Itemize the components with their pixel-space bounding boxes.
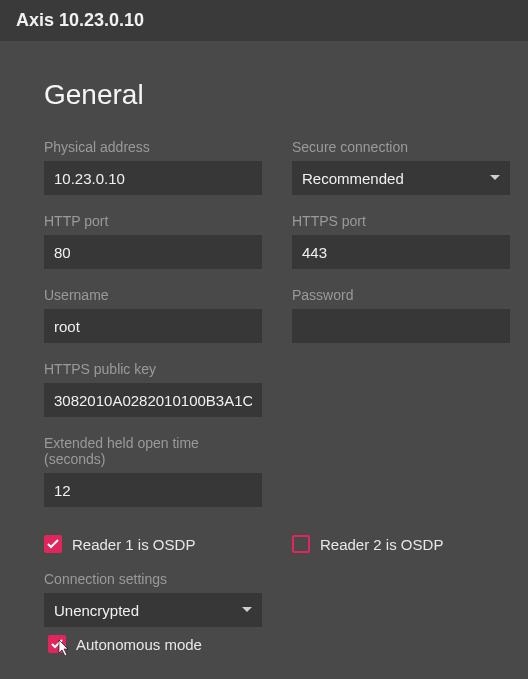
input-physical-address[interactable] bbox=[44, 161, 262, 195]
field-https-port: HTTPS port bbox=[292, 213, 510, 269]
checkbox-box-reader1 bbox=[44, 535, 62, 553]
label-https-port: HTTPS port bbox=[292, 213, 510, 229]
window-title: Axis 10.23.0.10 bbox=[16, 10, 144, 30]
input-http-port[interactable] bbox=[44, 235, 262, 269]
input-password[interactable] bbox=[292, 309, 510, 343]
input-username[interactable] bbox=[44, 309, 262, 343]
chevron-down-icon bbox=[490, 173, 500, 183]
checkbox-reader2-osdp[interactable]: Reader 2 is OSDP bbox=[292, 535, 510, 553]
field-physical-address: Physical address bbox=[44, 139, 262, 195]
checkbox-reader1-osdp[interactable]: Reader 1 is OSDP bbox=[44, 535, 262, 553]
chevron-down-icon bbox=[242, 605, 252, 615]
osdp-checkbox-row: Reader 1 is OSDP Reader 2 is OSDP bbox=[44, 535, 510, 553]
section-title: General bbox=[44, 79, 510, 111]
input-extended-held-open[interactable] bbox=[44, 473, 262, 507]
checkbox-box-reader2 bbox=[292, 535, 310, 553]
checkbox-box-autonomous bbox=[48, 635, 66, 653]
select-secure-connection[interactable]: Recommended bbox=[292, 161, 510, 195]
select-connection-settings-value: Unencrypted bbox=[54, 602, 139, 619]
select-secure-connection-value: Recommended bbox=[302, 170, 404, 187]
label-http-port: HTTP port bbox=[44, 213, 262, 229]
input-https-public-key[interactable] bbox=[44, 383, 262, 417]
field-password: Password bbox=[292, 287, 510, 343]
label-password: Password bbox=[292, 287, 510, 303]
label-https-public-key: HTTPS public key bbox=[44, 361, 262, 377]
label-physical-address: Physical address bbox=[44, 139, 262, 155]
checkbox-label-autonomous: Autonomous mode bbox=[76, 636, 202, 653]
checkbox-label-reader2: Reader 2 is OSDP bbox=[320, 536, 443, 553]
general-panel: General Physical address Secure connecti… bbox=[20, 61, 528, 657]
checkbox-label-reader1: Reader 1 is OSDP bbox=[72, 536, 195, 553]
label-connection-settings: Connection settings bbox=[44, 571, 262, 587]
label-extended-held-open: Extended held open time (seconds) bbox=[44, 435, 262, 467]
field-connection-settings: Connection settings Unencrypted bbox=[44, 571, 262, 627]
field-https-public-key: HTTPS public key bbox=[44, 361, 262, 417]
input-https-port[interactable] bbox=[292, 235, 510, 269]
label-secure-connection: Secure connection bbox=[292, 139, 510, 155]
field-extended-held-open: Extended held open time (seconds) bbox=[44, 435, 262, 507]
field-username: Username bbox=[44, 287, 262, 343]
form-grid: Physical address Secure connection Recom… bbox=[44, 139, 510, 507]
label-username: Username bbox=[44, 287, 262, 303]
field-secure-connection: Secure connection Recommended bbox=[292, 139, 510, 195]
window-header: Axis 10.23.0.10 bbox=[0, 0, 528, 41]
field-http-port: HTTP port bbox=[44, 213, 262, 269]
checkbox-autonomous-mode[interactable]: Autonomous mode bbox=[48, 635, 202, 653]
select-connection-settings[interactable]: Unencrypted bbox=[44, 593, 262, 627]
